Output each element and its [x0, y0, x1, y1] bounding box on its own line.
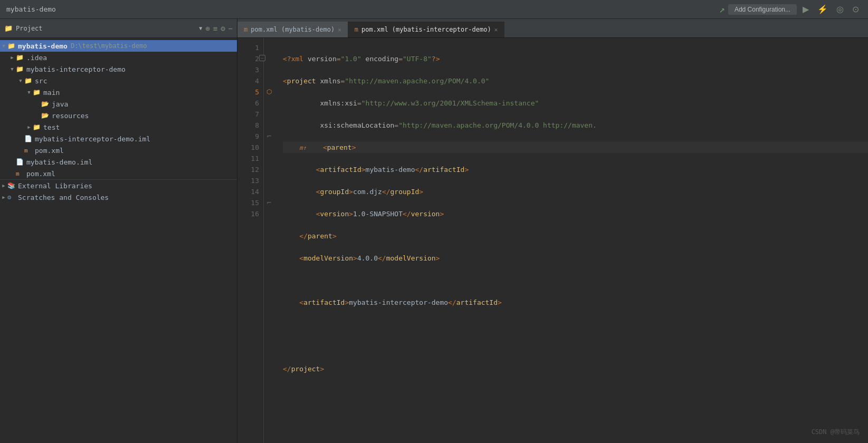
- gutter-7: [264, 109, 274, 120]
- debug-button[interactable]: ⚡: [815, 3, 831, 15]
- sidebar-item-mybatis-demo-iml[interactable]: 📄 mybatis-demo.iml: [0, 156, 237, 168]
- settings-icon[interactable]: ⚙: [221, 24, 225, 33]
- sidebar-item-src[interactable]: ▼ 📁 src: [0, 75, 237, 86]
- tab-close-icon[interactable]: ✕: [338, 26, 341, 33]
- code-line-5: m↑ <parent>: [283, 142, 868, 153]
- gutter-16: [264, 208, 274, 219]
- add-config-button[interactable]: Add Configuration...: [728, 4, 797, 15]
- java-folder-icon: 📂: [41, 100, 50, 108]
- fold-icon-2[interactable]: −: [259, 55, 265, 61]
- tree-label: test: [43, 123, 60, 131]
- tabs-bar: m pom.xml (mybatis-demo) ✕ m pom.xml (my…: [237, 19, 868, 38]
- arrow-icon: ▼: [17, 78, 24, 83]
- arrow-icon: ▶: [25, 124, 33, 130]
- gutter-4: [264, 75, 274, 86]
- maven-icon: ↗: [719, 4, 725, 15]
- tab-maven-icon: m: [244, 26, 247, 33]
- sidebar-header-label: Project: [16, 25, 194, 32]
- line-num-2: 2 −: [237, 53, 259, 64]
- code-area[interactable]: <?xml version="1.0" encoding="UTF-8"?> <…: [274, 38, 868, 443]
- tree-label: mybatis-demo: [18, 42, 68, 50]
- arrow-icon: ▶: [0, 195, 7, 200]
- profile-button[interactable]: ◎: [834, 3, 846, 15]
- sidebar-item-java[interactable]: 📂 java: [0, 98, 237, 110]
- folder-icon: 📁: [33, 123, 41, 131]
- gutter-11: [264, 153, 274, 164]
- sidebar-item-mybatis-demo[interactable]: ▼ 📁 mybatis-demo D:\test\mybatis-demo: [0, 40, 237, 52]
- gutter-12: [264, 164, 274, 175]
- code-line-11: [283, 275, 868, 286]
- tree-label: mybatis-interceptor-demo: [26, 65, 126, 73]
- tree-path: D:\test\mybatis-demo: [71, 42, 147, 50]
- arrow-icon: ▼: [0, 43, 7, 49]
- code-line-1: <?xml version="1.0" encoding="UTF-8"?>: [283, 53, 868, 64]
- gutter-14: [264, 186, 274, 197]
- gutter-fold-9[interactable]: ⌐: [264, 131, 274, 142]
- maven-file-icon: m: [16, 170, 24, 177]
- sidebar-tree: ▼ 📁 mybatis-demo D:\test\mybatis-demo ▶ …: [0, 38, 237, 443]
- line-num-3: 3: [237, 64, 259, 75]
- sidebar-item-scratches[interactable]: ▶ ⚙ Scratches and Consoles: [0, 191, 237, 203]
- tab-close-icon[interactable]: ✕: [494, 26, 498, 33]
- gutter-fold-15[interactable]: ⌐: [264, 197, 274, 208]
- sync-icon[interactable]: ⊕: [205, 24, 209, 33]
- tree-label: java: [52, 100, 68, 108]
- tree-label: mybatis-demo.iml: [26, 158, 92, 166]
- maven-file-icon: m: [24, 147, 33, 154]
- sidebar-dropdown-arrow[interactable]: ▼: [199, 25, 202, 31]
- gutter-10: [264, 142, 274, 153]
- sidebar-item-resources[interactable]: 📂 resources: [0, 110, 237, 121]
- sidebar-bottom: ▶ 📚 External Libraries ▶ ⚙ Scratches and…: [0, 179, 237, 203]
- code-line-16: [283, 386, 868, 397]
- editor-area: m pom.xml (mybatis-demo) ✕ m pom.xml (my…: [237, 19, 868, 443]
- iml-icon: 📄: [16, 158, 24, 166]
- code-line-10: <modelVersion>4.0.0</modelVersion>: [283, 253, 868, 264]
- collapse-all-icon[interactable]: ≡: [213, 24, 217, 33]
- folder-icon: 📁: [16, 54, 24, 61]
- line-num-8: 8: [237, 120, 259, 131]
- gutter-1: [264, 42, 274, 53]
- tree-label: External Libraries: [18, 182, 92, 190]
- coverage-button[interactable]: ⊙: [850, 3, 862, 15]
- line-num-16: 16: [237, 208, 259, 219]
- gutter-5: ⬡: [264, 86, 274, 98]
- sidebar-item-idea[interactable]: ▶ 📁 .idea: [0, 52, 237, 63]
- arrow-icon: ▼: [8, 66, 16, 72]
- code-line-9: </parent>: [283, 230, 868, 242]
- tab-pom-mybatis-demo[interactable]: m pom.xml (mybatis-demo) ✕: [237, 22, 348, 37]
- line-num-14: 14: [237, 186, 259, 197]
- gutter-2: [264, 53, 274, 64]
- gutter-8: [264, 120, 274, 131]
- sidebar-item-ext-libraries[interactable]: ▶ 📚 External Libraries: [0, 180, 237, 191]
- folder-icon: 📁: [16, 65, 24, 73]
- line-num-11: 11: [237, 153, 259, 164]
- sidebar-item-interceptor-demo[interactable]: ▼ 📁 mybatis-interceptor-demo: [0, 63, 237, 75]
- line-numbers: 1 2 − 3 4 5 6 7 8 9 10 11 12 13 14 15 16: [237, 38, 264, 443]
- arrow-icon: ▶: [8, 55, 16, 60]
- tree-label: .idea: [26, 54, 47, 62]
- folder-icon: 📁: [7, 42, 16, 50]
- iml-icon: 📄: [24, 135, 33, 142]
- code-line-15: </project>: [283, 363, 868, 374]
- code-line-14: [283, 341, 868, 352]
- library-icon: 📚: [7, 182, 16, 189]
- gutter-6: [264, 98, 274, 109]
- line-num-10: 10: [237, 142, 259, 153]
- arrow-icon: ▼: [25, 90, 33, 95]
- line-num-1: 1: [237, 42, 259, 53]
- tree-label: Scratches and Consoles: [18, 194, 109, 201]
- sidebar-item-main[interactable]: ▼ 📁 main: [0, 86, 237, 98]
- run-button[interactable]: ▶: [800, 3, 812, 15]
- line-num-5: 5: [237, 86, 259, 98]
- tab-pom-interceptor[interactable]: m pom.xml (mybatis-interceptor-demo) ✕: [348, 22, 505, 37]
- editor-content: 1 2 − 3 4 5 6 7 8 9 10 11 12 13 14 15 16: [237, 38, 868, 443]
- sidebar-item-test[interactable]: ▶ 📁 test: [0, 121, 237, 133]
- tree-label: mybatis-interceptor-demo.iml: [35, 135, 150, 143]
- folder-icon: 📁: [33, 89, 41, 96]
- sidebar-item-pom-interceptor[interactable]: m pom.xml: [0, 145, 237, 156]
- sidebar-item-pom-demo[interactable]: m pom.xml: [0, 168, 237, 179]
- scratches-icon: ⚙: [7, 194, 16, 201]
- minimize-icon[interactable]: −: [228, 24, 233, 33]
- gutter: ⬡ ⌐ ⌐: [264, 38, 274, 443]
- sidebar-item-iml[interactable]: 📄 mybatis-interceptor-demo.iml: [0, 133, 237, 145]
